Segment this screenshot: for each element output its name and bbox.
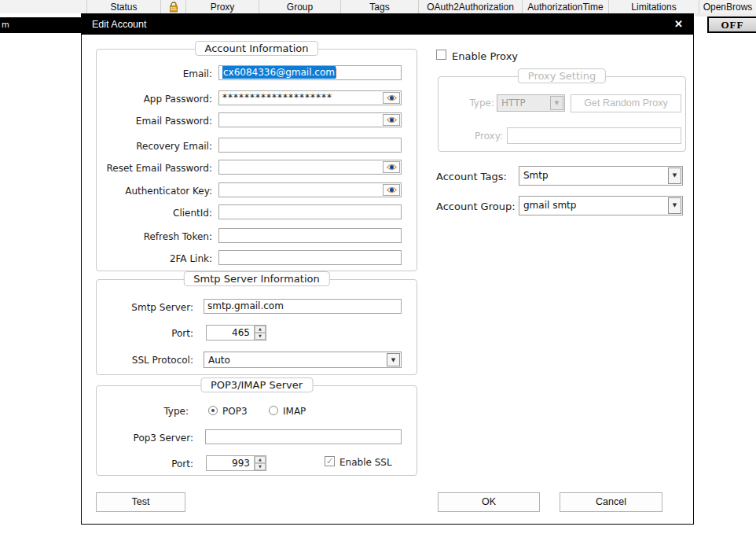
recovery-email-label: Recovery Email: xyxy=(97,141,212,152)
header-col-authorizationtime[interactable]: AuthorizationTime xyxy=(523,0,609,13)
reset-email-password-label: Reset Email Password: xyxy=(97,163,212,174)
text-caret xyxy=(336,68,336,78)
app-password-reveal-button[interactable] xyxy=(383,92,400,104)
ok-button[interactable]: OK xyxy=(438,492,540,512)
email-input[interactable]: cx6084336@gmail.com xyxy=(218,65,402,80)
account-information-title: Account Information xyxy=(195,41,319,56)
recovery-email-input[interactable] xyxy=(218,138,402,153)
screen: Status SSL Proxy Group Tags OAuth2Author… xyxy=(0,0,756,556)
eye-icon xyxy=(386,116,398,124)
header-col-group[interactable]: Group xyxy=(259,0,341,13)
svg-text:SSL: SSL xyxy=(170,7,177,11)
reset-email-password-reveal-button[interactable] xyxy=(383,161,400,173)
account-tags-select[interactable]: Smtp ▼ xyxy=(519,166,683,186)
ssl-protocol-select[interactable]: Auto ▼ xyxy=(204,352,402,368)
chevron-down-icon[interactable]: ▼ xyxy=(668,168,681,184)
email-label: Email: xyxy=(97,68,212,79)
get-random-proxy-button: Get Random Proxy xyxy=(571,94,681,112)
cancel-button[interactable]: Cancel xyxy=(560,492,662,512)
enable-ssl-checkbox[interactable]: ✓ xyxy=(325,456,335,466)
pop3-port-spinner[interactable]: ▲ ▼ xyxy=(254,456,266,470)
close-icon[interactable]: ✕ xyxy=(674,18,683,30)
authenticator-key-reveal-button[interactable] xyxy=(383,184,400,196)
email-password-label: Email Password: xyxy=(97,116,212,127)
spinner-up-icon[interactable]: ▲ xyxy=(255,456,266,463)
app-password-masked: ******************** xyxy=(222,92,332,103)
header-col-empty[interactable] xyxy=(0,0,87,13)
pop3-port-input[interactable]: 993 ▲ ▼ xyxy=(206,455,266,471)
eye-icon xyxy=(386,163,398,171)
smtp-port-input[interactable]: 465 ▲ ▼ xyxy=(206,325,266,341)
smtp-server-group-title: Smtp Server Information xyxy=(183,271,329,286)
smtp-port-label: Port: xyxy=(97,328,193,339)
header-col-openbrowser[interactable]: OpenBrows xyxy=(699,0,756,13)
enable-proxy-checkbox[interactable] xyxy=(436,50,446,60)
imap-radio[interactable] xyxy=(269,406,278,415)
ssl-protocol-label: SSL Protocol: xyxy=(97,355,193,366)
refresh-token-label: Refresh Token: xyxy=(97,231,212,242)
test-button[interactable]: Test xyxy=(96,492,185,512)
app-password-input[interactable]: ******************** xyxy=(218,90,402,105)
pop3-radio-label[interactable]: POP3 xyxy=(222,406,248,417)
chevron-down-icon[interactable]: ▼ xyxy=(668,197,681,214)
app-password-label: App Password: xyxy=(97,94,212,105)
spinner-down-icon[interactable]: ▼ xyxy=(255,333,266,340)
header-col-oauth2authorization[interactable]: OAuth2Authorization xyxy=(419,0,523,13)
background-table-header: Status SSL Proxy Group Tags OAuth2Author… xyxy=(0,0,756,13)
pop3-imap-group-title: POP3/IMAP Server xyxy=(200,377,313,392)
header-col-proxy[interactable]: Proxy xyxy=(186,0,259,13)
proxy-input xyxy=(507,127,681,144)
off-toggle-button[interactable]: OFF xyxy=(707,17,756,33)
header-col-status[interactable]: Status xyxy=(87,0,161,13)
ssl-lock-icon: SSL xyxy=(168,2,179,13)
email-selected-text: cx6084336@gmail.com xyxy=(222,66,336,79)
pop3-server-label: Pop3 Server: xyxy=(97,433,193,444)
pop3-radio[interactable] xyxy=(208,406,218,415)
eye-icon xyxy=(386,94,398,102)
header-col-limitations[interactable]: Limitations xyxy=(609,0,699,13)
edit-account-dialog: Edit Account ✕ Account Information Email… xyxy=(81,13,694,525)
radio-dot xyxy=(211,409,215,412)
enable-ssl-label[interactable]: Enable SSL xyxy=(339,457,392,468)
chevron-down-icon[interactable]: ▼ xyxy=(387,353,400,366)
proxy-setting-group-title: Proxy Setting xyxy=(518,68,606,83)
smtp-server-input[interactable]: smtp.gmail.com xyxy=(204,299,402,314)
clientid-label: ClientId: xyxy=(97,208,212,219)
dialog-title: Edit Account xyxy=(92,19,147,30)
proxy-type-label: Type: xyxy=(439,98,494,109)
clientid-input[interactable] xyxy=(218,204,402,219)
pop3-server-input[interactable] xyxy=(205,429,402,444)
imap-radio-label[interactable]: IMAP xyxy=(283,406,306,417)
pop3-port-label: Port: xyxy=(97,458,193,469)
email-password-input[interactable] xyxy=(218,112,402,127)
account-group-select[interactable]: gmail smtp ▼ xyxy=(519,196,683,215)
reset-email-password-input[interactable] xyxy=(218,160,402,175)
2fa-link-input[interactable] xyxy=(218,250,402,265)
email-password-reveal-button[interactable] xyxy=(383,114,400,126)
header-col-ssl[interactable]: SSL xyxy=(161,0,186,13)
authenticator-key-input[interactable] xyxy=(218,182,402,197)
smtp-port-spinner[interactable]: ▲ ▼ xyxy=(254,326,266,340)
account-group-label: Account Group: xyxy=(436,201,516,212)
chevron-down-icon: ▼ xyxy=(550,96,563,110)
background-selected-row: m xyxy=(0,17,81,33)
refresh-token-input[interactable] xyxy=(218,228,402,243)
enable-proxy-label[interactable]: Enable Proxy xyxy=(452,50,518,62)
spinner-down-icon[interactable]: ▼ xyxy=(255,463,266,470)
account-tags-label: Account Tags: xyxy=(436,171,507,182)
spinner-up-icon[interactable]: ▲ xyxy=(255,326,266,333)
proxy-type-select: HTTP ▼ xyxy=(497,94,565,112)
2fa-link-label: 2FA Link: xyxy=(97,253,212,264)
eye-icon xyxy=(386,186,398,194)
authenticator-key-label: Authenticator Key: xyxy=(97,186,212,197)
smtp-server-label: Smtp Server: xyxy=(97,302,193,313)
dialog-title-bar: Edit Account ✕ xyxy=(82,14,693,35)
pop3-type-label: Type: xyxy=(97,406,189,417)
header-col-tags[interactable]: Tags xyxy=(341,0,419,13)
proxy-label: Proxy: xyxy=(439,131,503,142)
